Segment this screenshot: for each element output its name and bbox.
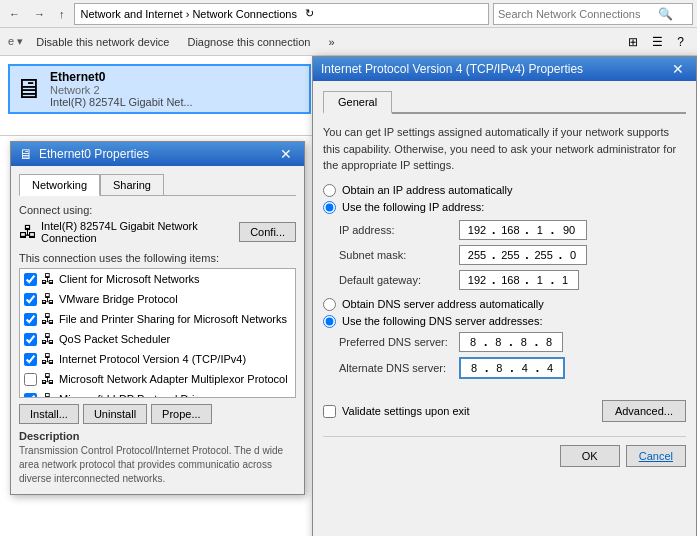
up-button[interactable]: ↑: [54, 5, 70, 23]
subnet-mask-input[interactable]: . . .: [459, 245, 587, 265]
list-item: 🖧 File and Printer Sharing for Microsoft…: [20, 309, 295, 329]
pdns-octet-2[interactable]: [489, 336, 507, 348]
ip-octet-4[interactable]: [556, 224, 582, 236]
preview-button[interactable]: ☰: [647, 32, 668, 52]
item-label-0: Client for Microsoft Networks: [59, 273, 200, 285]
default-gateway-input[interactable]: . . .: [459, 270, 579, 290]
props-close-button[interactable]: ✕: [276, 146, 296, 162]
alternate-dns-input[interactable]: . . .: [459, 357, 565, 379]
pdns-octet-1[interactable]: [464, 336, 482, 348]
item-label-1: VMware Bridge Protocol: [59, 293, 178, 305]
item-checkbox-3[interactable]: [24, 333, 37, 346]
adns-dot-2: .: [510, 361, 513, 375]
gw-dot-3: .: [551, 273, 554, 287]
props-title: Ethernet0 Properties: [39, 147, 149, 161]
subnet-octet-4[interactable]: [564, 249, 582, 261]
ip-octet-2[interactable]: [497, 224, 523, 236]
tcpip-close-button[interactable]: ✕: [668, 61, 688, 77]
preferred-dns-label: Preferred DNS server:: [339, 336, 459, 348]
use-ip-label: Use the following IP address:: [342, 201, 484, 213]
item-checkbox-4[interactable]: [24, 353, 37, 366]
ip-address-row: IP address: . . .: [339, 220, 686, 240]
gw-octet-3[interactable]: [531, 274, 549, 286]
adapter-name: Ethernet0: [50, 70, 193, 84]
configure-button[interactable]: Confi...: [239, 222, 296, 242]
subnet-octet-1[interactable]: [464, 249, 490, 261]
breadcrumb-text: Network and Internet › Network Connectio…: [81, 8, 297, 20]
alternate-dns-row: Alternate DNS server: . . .: [339, 357, 686, 379]
search-box[interactable]: 🔍: [493, 3, 693, 25]
item-icon-5: 🖧: [41, 371, 55, 387]
advanced-button[interactable]: Advanced...: [602, 400, 686, 422]
ip-address-input[interactable]: . . .: [459, 220, 587, 240]
adns-octet-1[interactable]: [465, 362, 483, 374]
main-area: 🖥 Ethernet0 Network 2 Intel(R) 82574L Gi…: [0, 56, 697, 536]
more-link[interactable]: »: [323, 33, 339, 51]
properties-button[interactable]: Prope...: [151, 404, 212, 424]
adapter-item-ethernet0[interactable]: 🖥 Ethernet0 Network 2 Intel(R) 82574L Gi…: [8, 64, 311, 114]
description-section: Description Transmission Control Protoco…: [19, 430, 296, 486]
adapter-info: Ethernet0 Network 2 Intel(R) 82574L Giga…: [50, 70, 193, 108]
uninstall-button[interactable]: Uninstall: [83, 404, 147, 424]
organize-icon: e ▾: [8, 35, 23, 48]
adapter-row-icon: 🖧: [19, 222, 37, 243]
dns-section: Obtain DNS server address automatically …: [323, 298, 686, 379]
use-dns-radio[interactable]: [323, 315, 336, 328]
props-body: Networking Sharing Connect using: 🖧 Inte…: [11, 166, 304, 494]
adapter-network: Network 2: [50, 84, 193, 96]
validate-checkbox[interactable]: [323, 405, 336, 418]
diagnose-link[interactable]: Diagnose this connection: [182, 33, 315, 51]
search-input[interactable]: [498, 8, 658, 20]
top-toolbar: ← → ↑ Network and Internet › Network Con…: [0, 0, 697, 28]
ip-dot-3: .: [551, 223, 554, 237]
use-ip-radio[interactable]: [323, 201, 336, 214]
ip-octet-1[interactable]: [464, 224, 490, 236]
props-titlebar: 🖥 Ethernet0 Properties ✕: [11, 142, 304, 166]
adns-octet-2[interactable]: [490, 362, 508, 374]
item-icon-2: 🖧: [41, 311, 55, 327]
cancel-button[interactable]: Cancel: [626, 445, 686, 467]
search-icon: 🔍: [658, 7, 673, 21]
dns-fields: Preferred DNS server: . . . Alternate: [339, 332, 686, 379]
adns-octet-4[interactable]: [541, 362, 559, 374]
adapter-icon: 🖥: [14, 75, 42, 103]
auto-ip-radio[interactable]: [323, 184, 336, 197]
view-button[interactable]: ⊞: [623, 32, 643, 52]
subnet-octet-3[interactable]: [531, 249, 557, 261]
desc-text: Transmission Control Protocol/Internet P…: [19, 444, 296, 486]
adns-octet-3[interactable]: [516, 362, 534, 374]
tab-general[interactable]: General: [323, 91, 392, 114]
gw-octet-2[interactable]: [497, 274, 523, 286]
forward-button[interactable]: →: [29, 5, 50, 23]
info-text: You can get IP settings assigned automat…: [323, 124, 686, 174]
item-label-2: File and Printer Sharing for Microsoft N…: [59, 313, 287, 325]
disable-link[interactable]: Disable this network device: [31, 33, 174, 51]
preferred-dns-input[interactable]: . . .: [459, 332, 563, 352]
pdns-octet-4[interactable]: [540, 336, 558, 348]
desc-title: Description: [19, 430, 296, 442]
auto-dns-row: Obtain DNS server address automatically: [323, 298, 686, 311]
ip-octet-3[interactable]: [531, 224, 549, 236]
ok-button[interactable]: OK: [560, 445, 620, 467]
subnet-octet-2[interactable]: [497, 249, 523, 261]
tab-sharing[interactable]: Sharing: [100, 174, 164, 195]
subnet-dot-3: .: [559, 248, 562, 262]
item-icon-4: 🖧: [41, 351, 55, 367]
item-checkbox-5[interactable]: [24, 373, 37, 386]
item-checkbox-0[interactable]: [24, 273, 37, 286]
tab-networking[interactable]: Networking: [19, 174, 100, 196]
install-button[interactable]: Install...: [19, 404, 79, 424]
auto-dns-radio[interactable]: [323, 298, 336, 311]
gw-octet-4[interactable]: [556, 274, 574, 286]
help-button[interactable]: ?: [672, 32, 689, 52]
item-checkbox-2[interactable]: [24, 313, 37, 326]
item-checkbox-1[interactable]: [24, 293, 37, 306]
gw-octet-1[interactable]: [464, 274, 490, 286]
pdns-octet-3[interactable]: [515, 336, 533, 348]
item-checkbox-6[interactable]: [24, 393, 37, 399]
back-button[interactable]: ←: [4, 5, 25, 23]
ethernet-properties-dialog: 🖥 Ethernet0 Properties ✕ Networking Shar…: [10, 141, 305, 495]
item-icon-1: 🖧: [41, 291, 55, 307]
items-list[interactable]: 🖧 Client for Microsoft Networks 🖧 VMware…: [19, 268, 296, 398]
refresh-icon[interactable]: ↻: [305, 7, 314, 20]
